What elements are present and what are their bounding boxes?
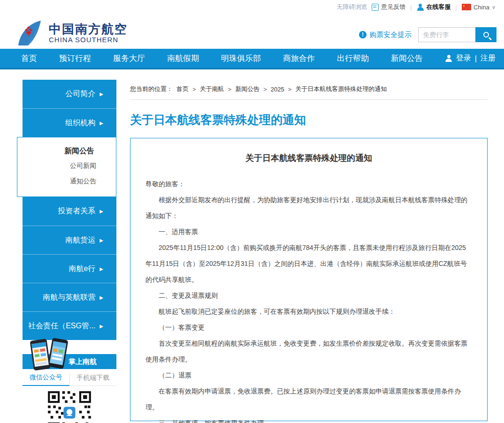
sidebar-item-label: 公司简介 <box>65 89 95 99</box>
search-button[interactable] <box>475 27 496 42</box>
ticket-safety-tip-link[interactable]: ! 购票安全提示 <box>359 30 412 39</box>
nav-item-service-hall[interactable]: 服务大厅 <box>113 53 145 64</box>
sidebar-item-investor-relations[interactable]: 投资者关系 ▶ <box>23 197 116 226</box>
region-selector[interactable]: China ∨ <box>462 4 496 11</box>
nav-item-travel-help[interactable]: 出行帮助 <box>337 53 369 64</box>
notice-article-box: 关于日本航线客票特殊处理的通知 尊敬的旅客： 根据外交部近期发布的出行提醒，为协… <box>130 138 488 421</box>
china-flag-icon <box>462 4 471 10</box>
article-paragraph: 根据外交部近期发布的出行提醒，为协助旅客更好地安排出行计划，现就涉及南航日本航线… <box>145 192 472 224</box>
register-link[interactable]: 注册 <box>481 53 496 63</box>
arrow-right-icon: ▶ <box>99 324 103 329</box>
breadcrumb-separator: > <box>228 86 232 93</box>
article-paragraph: 尊敬的旅客： <box>145 176 472 192</box>
sidebar-item-ba-joint-venture[interactable]: 南航与英航联营 ▶ <box>23 283 116 311</box>
sidebar-item-cargo[interactable]: 南航货运 ▶ <box>23 226 116 254</box>
logo-chinese-name: 中国南方航空 <box>49 23 128 36</box>
nav-item-corporate-travel[interactable]: 商旅合作 <box>283 53 315 64</box>
article-paragraph: 航班起飞前取消已定妥座位的旅客，可在客票有效期内按以下规则办理退改手续： <box>145 303 472 319</box>
section-sidebar: 公司简介 ▶ 组织机构 ▶ 新闻公告 公司新闻 通知公告 投资者关系 ▶ 南航货… <box>23 80 116 340</box>
tab-wechat-account[interactable]: 微信公众号 <box>23 373 69 386</box>
topbar-divider: | <box>410 4 412 11</box>
user-icon <box>445 55 452 62</box>
arrow-right-icon: ▶ <box>99 91 103 97</box>
article-paragraph: （二）退票 <box>145 367 472 383</box>
arrow-right-icon: ▶ <box>99 266 103 272</box>
page-title: 关于日本航线客票特殊处理的通知 <box>130 112 488 128</box>
nav-item-sky-pearl-club[interactable]: 明珠俱乐部 <box>221 53 261 64</box>
article-title: 关于日本航线客票特殊处理的通知 <box>145 152 472 164</box>
arrow-right-icon: ▶ <box>99 238 103 243</box>
nav-item-home[interactable]: 首页 <box>21 53 37 64</box>
chevron-down-icon: ∨ <box>492 4 496 10</box>
sidebar-subitem-company-news[interactable]: 公司新闻 <box>17 158 116 174</box>
article-paragraph: 三、其他事项，按客票使用条件办理。 <box>145 415 472 423</box>
app-panel-tabs: 微信公众号 手机端下载 <box>23 369 116 386</box>
breadcrumb-about[interactable]: 关于南航 <box>200 85 224 93</box>
site-search <box>418 27 496 42</box>
nav-item-booking[interactable]: 预订行程 <box>59 53 91 64</box>
article-paragraph: 一、适用客票 <box>145 224 472 240</box>
search-icon <box>483 32 489 38</box>
breadcrumb-separator: > <box>288 86 292 93</box>
mobile-app-panel: 掌上南航 微信公众号 手机端下载 <box>23 338 116 423</box>
accessibility-link[interactable]: 无障碍浏览 <box>336 3 367 11</box>
topbar-divider: | <box>456 4 457 11</box>
main-navigation: 首页 预订行程 服务大厅 南航假期 明珠俱乐部 商旅合作 出行帮助 新闻公告 登… <box>0 49 504 69</box>
article-paragraph: （一）客票变更 <box>145 319 472 335</box>
header-right-tools: ! 购票安全提示 <box>359 27 496 42</box>
article-paragraph: 2025年11月15日12:00（含）前购买或换开的南航784开头的客票，且客票… <box>145 240 472 287</box>
site-header: 中国南方航空 CHINA SOUTHERN ! 购票安全提示 <box>0 11 504 49</box>
sidebar-item-esg[interactable]: 社会责任（ESG管... ▶ <box>23 311 116 340</box>
wechat-qr-code <box>36 389 103 423</box>
breadcrumb-home[interactable]: 首页 <box>176 85 189 93</box>
article-paragraph: 二、变更及退票规则 <box>145 287 472 303</box>
sidebar-item-label: 南航与英航联营 <box>43 293 95 302</box>
breadcrumb-separator: > <box>263 86 267 93</box>
sidebar-item-label: 投资者关系 <box>58 206 95 216</box>
sidebar-item-organization[interactable]: 组织机构 ▶ <box>23 108 116 137</box>
breadcrumb-current: 关于日本航线客票特殊处理的通知 <box>295 85 387 93</box>
nav-item-holidays[interactable]: 南航假期 <box>167 53 199 64</box>
article-paragraph: 在客票有效期内申请退票，免收退票费。已按上述原则办理过变更的客票如申请退票需按客… <box>145 383 472 415</box>
region-label: China <box>473 4 489 11</box>
search-input[interactable] <box>418 27 475 42</box>
sidebar-expanded-news-group: 新闻公告 公司新闻 通知公告 <box>17 137 116 197</box>
logo-english-name: CHINA SOUTHERN <box>49 36 128 44</box>
article-paragraph: 首次变更至相同航程的南航实际承运航班，免收变更费，如发生票价价差按规定收取。再次… <box>145 335 472 367</box>
feedback-link[interactable]: 意见反馈 <box>372 3 405 11</box>
breadcrumb-label: 您当前的位置： <box>130 85 173 93</box>
sidebar-item-news-announcements[interactable]: 新闻公告 <box>17 144 116 158</box>
alert-icon: ! <box>359 31 367 38</box>
page-body: 公司简介 ▶ 组织机构 ▶ 新闻公告 公司新闻 通知公告 投资者关系 ▶ 南航货… <box>0 69 504 423</box>
online-service-label: 在线客服 <box>427 3 451 11</box>
safety-tip-label: 购票安全提示 <box>369 30 412 39</box>
tailfin-logo-icon <box>16 20 43 46</box>
login-link[interactable]: 登录 <box>456 53 471 63</box>
main-content: 您当前的位置： 首页 > 关于南航 > 新闻公告 > 2025 > 关于日本航线… <box>130 69 488 421</box>
auth-area: 登录 | 注册 <box>445 53 496 63</box>
sidebar-item-e-travel[interactable]: 南航e行 ▶ <box>23 254 116 283</box>
online-service-link[interactable]: 在线客服 <box>417 3 451 11</box>
article-body: 尊敬的旅客： 根据外交部近期发布的出行提醒，为协助旅客更好地安排出行计划，现就涉… <box>145 176 472 423</box>
logo-wordmark: 中国南方航空 CHINA SOUTHERN <box>49 23 128 44</box>
feedback-label: 意见反馈 <box>381 3 405 11</box>
sidebar-item-company-profile[interactable]: 公司简介 ▶ <box>23 80 116 108</box>
tab-mobile-download[interactable]: 手机端下载 <box>69 374 117 385</box>
auth-divider: | <box>475 54 477 63</box>
sidebar-subitem-notices[interactable]: 通知公告 <box>17 174 116 189</box>
breadcrumb-news[interactable]: 新闻公告 <box>235 85 260 93</box>
sidebar-item-label: 南航e行 <box>69 264 95 274</box>
breadcrumb-2025[interactable]: 2025 <box>271 86 284 93</box>
arrow-right-icon: ▶ <box>99 121 103 126</box>
mobile-phones-image <box>28 338 71 371</box>
sidebar-item-label: 组织机构 <box>65 118 95 128</box>
agent-icon <box>417 3 424 11</box>
arrow-right-icon: ▶ <box>99 295 103 300</box>
company-logo[interactable]: 中国南方航空 CHINA SOUTHERN <box>16 20 128 46</box>
nav-item-news[interactable]: 新闻公告 <box>391 53 423 64</box>
sidebar-item-label: 南航货运 <box>65 235 95 245</box>
top-utility-bar: 无障碍浏览 意见反馈 | 在线客服 | China ∨ <box>0 0 504 11</box>
breadcrumb-separator: > <box>192 86 196 93</box>
sidebar-item-label: 社会责任（ESG管... <box>28 321 95 331</box>
breadcrumb: 您当前的位置： 首页 > 关于南航 > 新闻公告 > 2025 > 关于日本航线… <box>130 85 488 100</box>
